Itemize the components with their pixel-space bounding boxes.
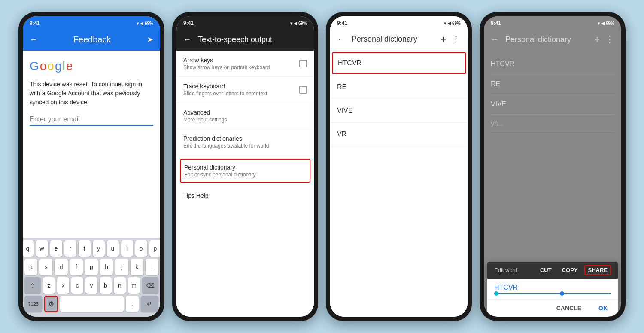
signal-icon-4: ◀ [601, 21, 605, 26]
key-row-3: ⇧ z x c v b n m ⌫ [24, 277, 158, 294]
key-q[interactable]: q [23, 240, 34, 257]
key-w[interactable]: w [36, 240, 48, 257]
trace-checkbox[interactable] [299, 86, 307, 94]
key-g[interactable]: g [85, 259, 98, 275]
key-z[interactable]: z [43, 277, 55, 294]
dict-item-vive[interactable]: VIVE [330, 99, 468, 123]
settings-item-advanced[interactable]: Advanced More input settings [176, 103, 314, 129]
settings-item-arrow-keys-text: Arrow keys Show arrow keys on portrait k… [183, 57, 270, 70]
key-settings[interactable]: ⚙ [44, 296, 58, 312]
arrow-keys-title: Arrow keys [183, 57, 270, 64]
key-u[interactable]: u [107, 240, 119, 257]
settings-item-prediction-text: Prediction dictionaries Edit the languag… [183, 135, 269, 149]
email-input-area[interactable] [30, 115, 153, 126]
tips-help-label: Tips Help [183, 192, 209, 199]
popup-input-area: HTCVR [487, 279, 618, 299]
p4-item-htcvr[interactable]: HTCVR [491, 54, 614, 74]
key-r[interactable]: r [64, 240, 76, 257]
p4-item-vr[interactable]: VR... [491, 115, 614, 133]
battery-4: 69% [606, 21, 614, 26]
back-button-3[interactable]: ← [337, 35, 345, 44]
popup-toolbar: Edit word CUT COPY SHARE [487, 262, 618, 279]
popup-buttons: CANCLE OK [487, 299, 618, 317]
key-j[interactable]: j [115, 259, 128, 275]
key-b[interactable]: b [100, 277, 112, 294]
add-icon-3[interactable]: + [440, 34, 446, 45]
key-row-1: q w e r t y u i o p [24, 240, 158, 257]
dict-item-vr[interactable]: VR [330, 123, 468, 146]
ok-button[interactable]: OK [595, 303, 611, 313]
settings-item-tips[interactable]: Tips Help [176, 186, 314, 205]
p4-item-vive[interactable]: VIVE [491, 94, 614, 115]
key-backspace[interactable]: ⌫ [142, 277, 158, 294]
arrow-keys-checkbox[interactable] [299, 60, 307, 67]
email-input[interactable] [30, 115, 153, 123]
key-shift[interactable]: ⇧ [24, 277, 41, 294]
cut-button[interactable]: CUT [537, 265, 555, 275]
dict-item-htcvr[interactable]: HTCVR [332, 52, 466, 74]
share-button[interactable]: SHARE [584, 265, 611, 275]
battery-1: 69% [145, 21, 153, 26]
copy-button[interactable]: COPY [559, 265, 581, 275]
back-button-2[interactable]: ← [183, 35, 191, 44]
back-button-4[interactable]: ← [491, 35, 498, 44]
popup-toolbar-actions: CUT COPY SHARE [537, 265, 611, 275]
wifi-icon-4: ▾ [598, 21, 600, 26]
send-button[interactable]: ➤ [147, 35, 153, 44]
key-x[interactable]: x [57, 277, 69, 294]
key-a[interactable]: a [24, 259, 37, 275]
trace-title: Trace keyboard [183, 83, 267, 90]
status-bar-2: 9:41 ▾ ◀ 69% [176, 16, 314, 28]
personal-dict-sub: Edit or sync personal dictionary [184, 172, 256, 178]
key-t[interactable]: t [79, 240, 91, 257]
key-o[interactable]: o [135, 240, 147, 257]
key-v[interactable]: v [85, 277, 97, 294]
signal-icon-2: ◀ [294, 21, 297, 26]
key-d[interactable]: d [55, 259, 67, 275]
phone4-list: HTCVR RE VIVE VR... [484, 51, 621, 262]
settings-item-arrow-keys[interactable]: Arrow keys Show arrow keys on portrait k… [176, 51, 314, 77]
dict-title-3: Personal dictionary [352, 35, 434, 44]
add-icon-4[interactable]: + [594, 34, 600, 45]
dict-header-3: ← Personal dictionary + ⋮ [330, 28, 468, 51]
key-y[interactable]: y [93, 240, 105, 257]
keyboard: q w e r t y u i o p a s d f g h j k l [23, 238, 160, 317]
settings-item-trace[interactable]: Trace keyboard Slide fingers over letter… [176, 77, 314, 103]
key-l[interactable]: l [146, 259, 158, 275]
settings-item-personal-dict-text: Personal dictionary Edit or sync persona… [184, 164, 256, 178]
wifi-icon-3: ▾ [444, 21, 446, 26]
key-m[interactable]: m [128, 277, 140, 294]
key-period[interactable]: . [126, 296, 139, 312]
personal-dict-title: Personal dictionary [184, 164, 256, 171]
p4-item-re[interactable]: RE [491, 74, 614, 94]
key-c[interactable]: c [71, 277, 83, 294]
key-f[interactable]: f [70, 259, 83, 275]
key-numbers[interactable]: ?123 [24, 296, 42, 312]
settings-item-personal-dict[interactable]: Personal dictionary Edit or sync persona… [180, 159, 310, 183]
key-k[interactable]: k [131, 259, 143, 275]
key-e[interactable]: e [50, 240, 62, 257]
key-h[interactable]: h [100, 259, 113, 275]
back-button-1[interactable]: ← [30, 35, 37, 44]
prediction-title: Prediction dictionaries [183, 135, 269, 142]
more-icon-3[interactable]: ⋮ [451, 34, 461, 45]
key-i[interactable]: i [121, 240, 133, 257]
key-s[interactable]: s [39, 259, 52, 275]
more-icon-4[interactable]: ⋮ [605, 34, 614, 45]
time-1: 9:41 [30, 20, 40, 26]
key-enter[interactable]: ↵ [141, 296, 158, 312]
dict-item-re[interactable]: RE [330, 76, 468, 99]
wifi-icon-2: ▾ [290, 21, 292, 26]
key-p[interactable]: p [149, 240, 161, 257]
settings-item-prediction[interactable]: Prediction dictionaries Edit the languag… [176, 129, 314, 155]
phone-3-screen: 9:41 ▾ ◀ 69% ← Personal dictionary + ⋮ H… [330, 16, 468, 317]
popup-word[interactable]: HTCVR [494, 284, 611, 291]
time-2: 9:41 [183, 20, 194, 26]
key-n[interactable]: n [114, 277, 126, 294]
cancel-button[interactable]: CANCLE [553, 303, 585, 313]
key-space[interactable] [60, 296, 124, 312]
status-bar-3: 9:41 ▾ ◀ 69% [330, 16, 468, 28]
phone-1-screen: 9:41 ▾ ◀ 69% ← Feedback ➤ Google This de… [23, 16, 160, 317]
phone-1: 9:41 ▾ ◀ 69% ← Feedback ➤ Google This de… [18, 12, 164, 321]
status-bar-4: 9:41 ▾ ◀ 69% [484, 16, 621, 28]
